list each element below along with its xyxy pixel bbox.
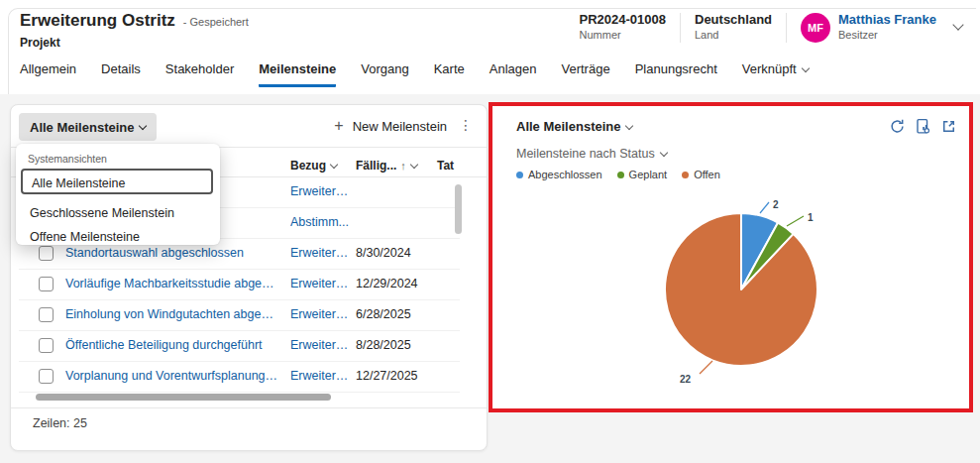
column-header-bezug[interactable]: Bezug bbox=[290, 159, 337, 173]
field-label: Nummer bbox=[580, 29, 666, 43]
tab-details[interactable]: Details bbox=[101, 61, 141, 87]
plus-icon: + bbox=[334, 118, 343, 134]
due-date: 8/28/2025 bbox=[356, 338, 430, 352]
bezug-link[interactable]: Erweiteru... bbox=[290, 338, 352, 352]
view-selector-dropdown: Systemansichten Alle Meilensteine Geschl… bbox=[16, 144, 220, 245]
milestone-name-link[interactable]: Vorplanung und Vorentwurfsplanung abg... bbox=[65, 369, 278, 383]
table-row[interactable]: Vorläufige Machbarkeitsstudie abgeschlos… bbox=[19, 269, 460, 300]
due-date: 8/30/2024 bbox=[356, 246, 430, 260]
pie-chart[interactable]: 2 1 22 bbox=[636, 195, 854, 394]
pie-value-offen: 22 bbox=[680, 374, 692, 385]
leader-line bbox=[760, 202, 769, 213]
chevron-down-icon bbox=[625, 121, 633, 129]
table-row[interactable]: Öffentliche Beteiligung durchgeführt Erw… bbox=[19, 330, 460, 362]
bezug-link[interactable]: Erweiteru... bbox=[290, 184, 352, 198]
bezug-link[interactable]: Erweiteru... bbox=[290, 369, 352, 383]
tab-karte[interactable]: Karte bbox=[434, 61, 465, 87]
pie-slice-offen[interactable] bbox=[665, 213, 817, 366]
record-type-label: Projekt bbox=[20, 36, 249, 50]
bezug-link[interactable]: Abstimm... bbox=[290, 215, 352, 229]
header-field-land: Deutschland Land bbox=[695, 12, 772, 43]
chart-type-selector[interactable]: Meilensteine nach Status bbox=[516, 147, 667, 161]
tab-allgemein[interactable]: Allgemein bbox=[20, 61, 76, 87]
milestone-name-link[interactable]: Einholung von Windgutachten abgeschlos..… bbox=[65, 307, 278, 321]
field-value: PR2024-01008 bbox=[580, 12, 666, 28]
chart-legend: Abgeschlossen Geplant Offen bbox=[516, 169, 720, 180]
popout-icon[interactable] bbox=[940, 118, 957, 135]
chevron-down-icon bbox=[410, 161, 418, 169]
dropdown-item-geschlossene-meilenstein[interactable]: Geschlossene Meilenstein bbox=[21, 201, 213, 225]
sort-ascending-icon: ↑ bbox=[400, 160, 406, 172]
tab-vertraege[interactable]: Verträge bbox=[562, 61, 610, 87]
horizontal-scrollbar[interactable] bbox=[36, 394, 331, 401]
row-checkbox[interactable] bbox=[39, 369, 54, 384]
legend-dot-orange bbox=[682, 172, 689, 178]
owner-field[interactable]: MF Matthias Franke Besitzer bbox=[801, 12, 936, 43]
vertical-scrollbar[interactable] bbox=[455, 184, 462, 234]
row-count-label: Zeilen: 25 bbox=[33, 416, 87, 430]
chart-panel: Alle Meilensteine Meilensteine nach Stat… bbox=[489, 102, 973, 412]
tab-verknuepft[interactable]: Verknüpft bbox=[742, 61, 809, 87]
view-selector-button[interactable]: Alle Meilensteine bbox=[19, 113, 157, 141]
app-window: Erweiterung Ostritz - Gespeichert Projek… bbox=[0, 0, 980, 463]
tab-vorgang[interactable]: Vorgang bbox=[361, 61, 408, 87]
chevron-down-icon bbox=[139, 122, 147, 130]
tab-bar: Allgemein Details Stakeholder Meilenstei… bbox=[20, 61, 809, 87]
table-row[interactable]: Vorplanung und Vorentwurfsplanung abg...… bbox=[19, 361, 460, 393]
footer-divider bbox=[11, 407, 487, 408]
new-milestone-button[interactable]: + New Meilenstein bbox=[334, 118, 447, 134]
legend-item-abgeschlossen[interactable]: Abgeschlossen bbox=[516, 169, 602, 180]
dropdown-item-alle-meilensteine[interactable]: Alle Meilensteine bbox=[21, 169, 213, 194]
leader-line bbox=[787, 216, 804, 226]
pie-value-geplant: 1 bbox=[808, 212, 814, 223]
legend-dot-blue bbox=[516, 172, 523, 178]
record-header: Erweiterung Ostritz - Gespeichert Projek… bbox=[20, 11, 249, 50]
row-checkbox[interactable] bbox=[39, 338, 54, 353]
field-label: Land bbox=[695, 29, 772, 43]
new-milestone-label: New Meilenstein bbox=[353, 119, 447, 134]
due-date: 12/27/2025 bbox=[356, 369, 430, 383]
row-checkbox[interactable] bbox=[39, 307, 54, 322]
chart-toolbar bbox=[889, 118, 957, 135]
row-checkbox[interactable] bbox=[39, 277, 54, 291]
chevron-down-icon bbox=[801, 64, 809, 72]
refresh-icon[interactable] bbox=[889, 118, 906, 135]
field-value: Deutschland bbox=[695, 12, 772, 28]
tab-stakeholder[interactable]: Stakeholder bbox=[165, 61, 234, 87]
divider bbox=[680, 13, 681, 43]
table-row[interactable]: Einholung von Windgutachten abgeschlos..… bbox=[19, 299, 460, 331]
owner-name-link[interactable]: Matthias Franke bbox=[838, 12, 936, 28]
divider bbox=[786, 13, 787, 43]
milestone-name-link[interactable]: Vorläufige Machbarkeitsstudie abgeschlos… bbox=[65, 277, 278, 290]
bezug-link[interactable]: Erweiteru... bbox=[290, 246, 352, 260]
milestone-name-link[interactable]: Öffentliche Beteiligung durchgeführt bbox=[65, 338, 278, 352]
due-date: 12/29/2024 bbox=[356, 277, 430, 290]
more-commands-button[interactable]: ⋮ bbox=[459, 117, 473, 133]
bezug-link[interactable]: Erweiteru... bbox=[290, 277, 352, 290]
chevron-down-icon[interactable] bbox=[952, 19, 963, 30]
dropdown-group-label: Systemansichten bbox=[28, 153, 107, 165]
tab-planungsrecht[interactable]: Planungsrecht bbox=[635, 61, 717, 87]
legend-item-offen[interactable]: Offen bbox=[682, 169, 720, 180]
page-title: Erweiterung Ostritz bbox=[20, 11, 175, 31]
leader-line bbox=[700, 361, 712, 374]
pie-value-abgeschlossen: 2 bbox=[773, 199, 779, 210]
dropdown-item-offene-meilensteine[interactable]: Offene Meilensteine bbox=[21, 225, 213, 249]
chevron-down-icon bbox=[330, 161, 338, 169]
bezug-link[interactable]: Erweiteru... bbox=[290, 307, 352, 321]
view-records-icon[interactable] bbox=[915, 118, 931, 135]
legend-dot-green bbox=[617, 172, 624, 178]
tab-meilensteine[interactable]: Meilensteine bbox=[259, 61, 336, 87]
chart-view-selector[interactable]: Alle Meilensteine bbox=[516, 119, 632, 134]
tab-anlagen[interactable]: Anlagen bbox=[490, 61, 537, 87]
header-field-nummer: PR2024-01008 Nummer bbox=[580, 12, 666, 43]
legend-item-geplant[interactable]: Geplant bbox=[617, 169, 668, 180]
owner-role-label: Besitzer bbox=[838, 29, 936, 43]
view-selector-label: Alle Meilensteine bbox=[30, 120, 134, 135]
chevron-down-icon bbox=[659, 149, 667, 157]
due-date: 6/28/2025 bbox=[356, 307, 430, 321]
avatar: MF bbox=[801, 13, 830, 43]
column-header-tat[interactable]: Tat bbox=[437, 159, 454, 173]
save-status: - Gespeichert bbox=[183, 16, 249, 28]
column-header-faellig[interactable]: Fällig... ↑ bbox=[356, 159, 417, 173]
